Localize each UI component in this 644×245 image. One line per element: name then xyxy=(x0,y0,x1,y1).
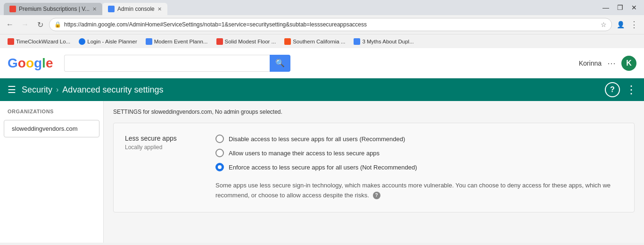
bookmark-3-label: Modern Event Plann... xyxy=(154,39,208,44)
title-bar: Premium Subscriptions | V... ✕ Admin con… xyxy=(0,0,644,15)
bookmark-5-label: Southern California ... xyxy=(293,39,345,44)
browser-chrome: Premium Subscriptions | V... ✕ Admin con… xyxy=(0,0,644,48)
bookmark-star[interactable]: ☆ xyxy=(601,21,607,28)
card-right: Disable access to less secure apps for a… xyxy=(215,135,623,201)
tab-1-favicon xyxy=(9,6,16,12)
bookmark-1[interactable]: TimeClockWizard Lo... xyxy=(4,37,74,46)
bookmark-6[interactable]: 3 Myths About Dupl... xyxy=(350,37,417,46)
bookmark-6-label: 3 Myths About Dupl... xyxy=(362,39,413,44)
sidebar: ORGANIZATIONS sloweddingvendors.com xyxy=(0,101,104,243)
bookmark-4[interactable]: Solid Modest Floor ... xyxy=(213,37,280,46)
description-help-icon[interactable]: ? xyxy=(373,192,380,199)
url-text: https://admin.google.com/AdminHome#Servi… xyxy=(64,21,598,28)
address-bar: ← → ↻ 🔒 https://admin.google.com/AdminHo… xyxy=(0,15,644,34)
bookmark-5-favicon xyxy=(284,38,291,45)
nav-page-label: Advanced security settings xyxy=(62,85,163,95)
radio-circle-1 xyxy=(215,135,224,143)
logo-o2: o xyxy=(26,56,34,71)
bookmark-3-favicon xyxy=(146,38,152,45)
radio-label-3: Enforce access to less secure apps for a… xyxy=(229,164,417,171)
tab-2-label: Admin console xyxy=(117,6,155,12)
bookmark-2-favicon xyxy=(79,38,85,45)
breadcrumb-chevron-icon: › xyxy=(56,85,58,94)
back-button[interactable]: ← xyxy=(4,18,16,31)
google-logo: G o o g l e xyxy=(8,56,53,71)
nav-section-label: Security xyxy=(22,85,52,95)
avatar[interactable]: K xyxy=(621,56,636,71)
search-icon: 🔍 xyxy=(275,59,285,68)
org-item-sloweddingvendors[interactable]: sloweddingvendors.com xyxy=(4,120,99,137)
radio-option-1[interactable]: Disable access to less secure apps for a… xyxy=(215,135,623,143)
card-description: Some apps use less secure sign-in techno… xyxy=(215,181,623,201)
bookmark-2-label: Login - Aisle Planner xyxy=(87,39,137,44)
bookmark-1-favicon xyxy=(8,38,14,45)
tab-1[interactable]: Premium Subscriptions | V... ✕ xyxy=(4,3,102,15)
lock-icon: 🔒 xyxy=(54,21,61,28)
tab-1-close[interactable]: ✕ xyxy=(92,6,97,12)
bookmark-4-favicon xyxy=(216,38,223,45)
radio-label-2: Allow users to manage their access to le… xyxy=(229,150,380,157)
page-content: G o o g l e 🔍 Korinna ⋯ K ☰ Security › A… xyxy=(0,48,644,243)
search-input[interactable] xyxy=(64,55,270,72)
hamburger-menu[interactable]: ☰ xyxy=(8,84,16,95)
breadcrumb: Security › Advanced security settings xyxy=(22,85,163,95)
window-controls: — ❐ ✕ xyxy=(600,3,640,12)
card-subtitle: Locally applied xyxy=(125,144,200,151)
apps-icon[interactable]: ⋯ xyxy=(607,58,616,68)
logo-e: e xyxy=(46,56,53,71)
google-header: G o o g l e 🔍 Korinna ⋯ K xyxy=(0,48,644,78)
reload-button[interactable]: ↻ xyxy=(34,18,46,31)
radio-option-3[interactable]: Enforce access to less secure apps for a… xyxy=(215,163,623,171)
bookmark-6-favicon xyxy=(354,38,360,45)
logo-l: l xyxy=(42,56,46,71)
radio-circle-2 xyxy=(215,149,224,157)
search-button[interactable]: 🔍 xyxy=(270,55,290,72)
radio-option-2[interactable]: Allow users to manage their access to le… xyxy=(215,149,623,157)
tab-2-favicon xyxy=(108,6,115,12)
search-bar: 🔍 xyxy=(64,55,290,72)
more-icon[interactable]: ⋮ xyxy=(626,83,636,96)
admin-nav: ☰ Security › Advanced security settings … xyxy=(0,78,644,101)
main-content: ORGANIZATIONS sloweddingvendors.com SETT… xyxy=(0,101,644,243)
tab-1-label: Premium Subscriptions | V... xyxy=(19,6,90,12)
user-name: Korinna xyxy=(579,59,602,67)
bookmark-1-label: TimeClockWizard Lo... xyxy=(16,39,70,44)
bookmark-2[interactable]: Login - Aisle Planner xyxy=(75,37,140,46)
help-icon[interactable]: ? xyxy=(605,82,620,97)
bookmark-4-label: Solid Modest Floor ... xyxy=(225,39,276,44)
extensions-area: 👤 ⋮ xyxy=(615,18,640,31)
org-section-label: ORGANIZATIONS xyxy=(0,109,103,118)
header-right: Korinna ⋯ K xyxy=(579,56,636,71)
logo-g: G xyxy=(8,56,18,71)
radio-label-1: Disable access to less secure apps for a… xyxy=(229,135,405,143)
tab-strip: Premium Subscriptions | V... ✕ Admin con… xyxy=(4,0,596,15)
card-title: Less secure apps xyxy=(125,135,200,142)
bookmarks-bar: TimeClockWizard Lo... Login - Aisle Plan… xyxy=(0,34,644,48)
radio-group: Disable access to less secure apps for a… xyxy=(215,135,623,171)
radio-circle-3 xyxy=(215,163,224,171)
bookmark-3[interactable]: Modern Event Plann... xyxy=(142,37,212,46)
url-bar[interactable]: 🔒 https://admin.google.com/AdminHome#Ser… xyxy=(49,18,612,31)
chrome-menu[interactable]: ⋮ xyxy=(628,18,640,31)
settings-card: Less secure apps Locally applied Disable… xyxy=(113,123,635,212)
content-panel: SETTINGS for sloweddingvendors.com, No a… xyxy=(104,101,644,243)
profile-icon[interactable]: 👤 xyxy=(615,19,626,30)
tab-2-close[interactable]: ✕ xyxy=(157,6,162,12)
tab-2[interactable]: Admin console ✕ xyxy=(102,3,167,15)
settings-header: SETTINGS for sloweddingvendors.com, No a… xyxy=(113,109,635,115)
logo-o1: o xyxy=(18,56,26,71)
card-left: Less secure apps Locally applied xyxy=(125,135,200,201)
nav-right: ? ⋮ xyxy=(605,82,636,97)
logo-g2: g xyxy=(34,56,42,71)
maximize-button[interactable]: ❐ xyxy=(614,3,626,12)
forward-button[interactable]: → xyxy=(19,18,31,31)
close-button[interactable]: ✕ xyxy=(628,3,640,12)
bookmark-5[interactable]: Southern California ... xyxy=(281,37,349,46)
minimize-button[interactable]: — xyxy=(600,3,612,12)
